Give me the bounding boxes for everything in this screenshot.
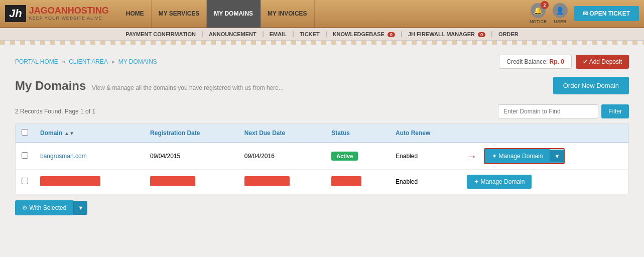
row1-checkbox[interactable] (22, 152, 28, 159)
with-selected-wrap: ⚙ With Selected ▼ (15, 200, 629, 215)
top-navbar: Jh JAGOANHOSTING KEEP YOUR WEBSITE ALIVE… (0, 0, 644, 28)
add-deposit-button[interactable]: ✔ Add Deposit (576, 55, 629, 69)
row2-checkbox-cell (16, 170, 35, 194)
nav-email[interactable]: EMAIL (264, 31, 294, 37)
table-header-row: Domain ▲▼ Registration Date Next Due Dat… (16, 124, 629, 143)
bottom-row: ⚙ With Selected ▼ (15, 200, 629, 215)
nav-jh-firewall-manager[interactable]: JH FIREWALL MANAGER 0 (402, 31, 492, 37)
nav-home[interactable]: HOME (119, 0, 152, 28)
row1-next-due: 09/04/2016 (238, 143, 325, 170)
manage-domain-button-wrap: ✦ Manage Domain ▼ (484, 148, 565, 164)
filter-area: Filter (498, 104, 629, 118)
records-info: 2 Records Found, Page 1 of 1 (15, 108, 95, 115)
credit-balance: Credit Balance: Rp. 0 (499, 55, 572, 69)
breadcrumb: PORTAL HOME » CLIENT AREA » MY DOMAINS (15, 58, 157, 65)
notice-badge: 2 (541, 1, 549, 9)
page-title-area: My Domains View & manage all the domains… (15, 79, 284, 93)
breadcrumb-row: PORTAL HOME » CLIENT AREA » MY DOMAINS C… (15, 55, 629, 69)
row2-actions: ✦ Manage Domain (461, 170, 628, 194)
domains-table: Domain ▲▼ Registration Date Next Due Dat… (15, 123, 629, 194)
nav-payment-confirmation[interactable]: PAYMENT CONFIRMATION (119, 31, 203, 37)
notice-button[interactable]: 🔔 2 NOTICE (530, 3, 547, 24)
nav-links: HOME MY SERVICES MY DOMAINS MY INVOICES (119, 0, 530, 28)
th-registration-date: Registration Date (144, 124, 238, 143)
arrow-icon: → (467, 151, 477, 162)
manage-domain-button[interactable]: ✦ Manage Domain (485, 149, 550, 163)
credit-area: Credit Balance: Rp. 0 ✔ Add Deposit (499, 55, 629, 69)
table-row: Enabled ✦ Manage Domain (16, 170, 629, 194)
user-icon: 👤 (553, 3, 568, 18)
logo-area: Jh JAGOANHOSTING KEEP YOUR WEBSITE ALIVE (5, 5, 109, 22)
nav-right: 🔔 2 NOTICE 👤 USER ✉ OPEN TICKET (530, 3, 639, 24)
domain-link[interactable]: bangrusman.com (40, 153, 87, 160)
redacted-status (331, 176, 361, 186)
th-next-due-date: Next Due Date (238, 124, 325, 143)
tagline: KEEP YOUR WEBSITE ALIVE (29, 16, 109, 21)
th-checkbox (16, 124, 35, 143)
row2-checkbox[interactable] (22, 178, 28, 184)
row1-auto-renew: Enabled (390, 143, 461, 170)
status-badge: Active (331, 152, 358, 161)
page-title: My Domains (15, 79, 86, 92)
filter-button[interactable]: Filter (601, 104, 629, 118)
row1-status: Active (325, 143, 390, 170)
row2-reg-date (144, 170, 238, 194)
row2-next-due (238, 170, 325, 194)
nav-knowledgebase[interactable]: KNOWLEDGEBASE 0 (327, 31, 402, 37)
nav-order[interactable]: ORDER (492, 31, 525, 37)
row2-status (325, 170, 390, 194)
breadcrumb-client-area[interactable]: CLIENT AREA (69, 58, 107, 65)
th-domain: Domain ▲▼ (34, 124, 144, 143)
th-status: Status (325, 124, 390, 143)
nav-my-domains[interactable]: MY DOMAINS (207, 0, 261, 28)
select-all-checkbox[interactable] (22, 129, 28, 136)
th-auto-renew: Auto Renew (390, 124, 461, 143)
redacted-domain (40, 176, 100, 186)
th-actions (461, 124, 628, 143)
row2-auto-renew: Enabled (390, 170, 461, 194)
breadcrumb-home[interactable]: PORTAL HOME (15, 58, 58, 65)
manage-domain-dropdown-button[interactable]: ▼ (550, 150, 564, 163)
row1-reg-date: 09/04/2015 (144, 143, 238, 170)
row1-actions: → ✦ Manage Domain ▼ (461, 143, 628, 170)
logo-icon: Jh (5, 5, 26, 22)
page-header: My Domains View & manage all the domains… (15, 77, 629, 94)
nav-my-invoices[interactable]: MY INVOICES (261, 0, 314, 28)
knowledgebase-badge: 0 (388, 32, 395, 37)
domain-filter-input[interactable] (498, 104, 598, 118)
with-selected-dropdown-button[interactable]: ▼ (73, 201, 87, 215)
manage-domain-button-row2[interactable]: ✦ Manage Domain (467, 175, 532, 189)
records-row: 2 Records Found, Page 1 of 1 Filter (15, 104, 629, 118)
user-label: USER (554, 19, 566, 24)
wavy-divider (0, 41, 644, 45)
main-content: PORTAL HOME » CLIENT AREA » MY DOMAINS C… (0, 45, 644, 225)
logo-text: JAGOANHOSTING KEEP YOUR WEBSITE ALIVE (29, 6, 109, 21)
row1-domain: bangrusman.com (34, 143, 144, 170)
breadcrumb-current: MY DOMAINS (118, 58, 157, 65)
user-button[interactable]: 👤 USER (553, 3, 568, 24)
redacted-next-due (244, 176, 290, 186)
notice-label: NOTICE (530, 19, 547, 24)
order-new-domain-button[interactable]: Order New Domain (553, 77, 629, 94)
sort-arrow-icon[interactable]: ▲▼ (64, 131, 74, 136)
table-row: bangrusman.com 09/04/2015 09/04/2016 Act… (16, 143, 629, 170)
brand-name: JAGOANHOSTING (29, 6, 109, 16)
nav-ticket[interactable]: TICKET (294, 31, 327, 37)
secondary-navbar: PAYMENT CONFIRMATION ANNOUNCEMENT EMAIL … (0, 28, 644, 41)
with-selected-button[interactable]: ⚙ With Selected (15, 200, 73, 215)
nav-my-services[interactable]: MY SERVICES (152, 0, 207, 28)
firewall-badge: 0 (478, 32, 485, 37)
row2-domain (34, 170, 144, 194)
redacted-reg-date (150, 176, 195, 186)
page-subtitle: View & manage all the domains you have r… (92, 84, 284, 91)
open-ticket-button[interactable]: ✉ OPEN TICKET (574, 6, 639, 21)
nav-announcement[interactable]: ANNOUNCEMENT (203, 31, 264, 37)
row1-checkbox-cell (16, 143, 35, 170)
